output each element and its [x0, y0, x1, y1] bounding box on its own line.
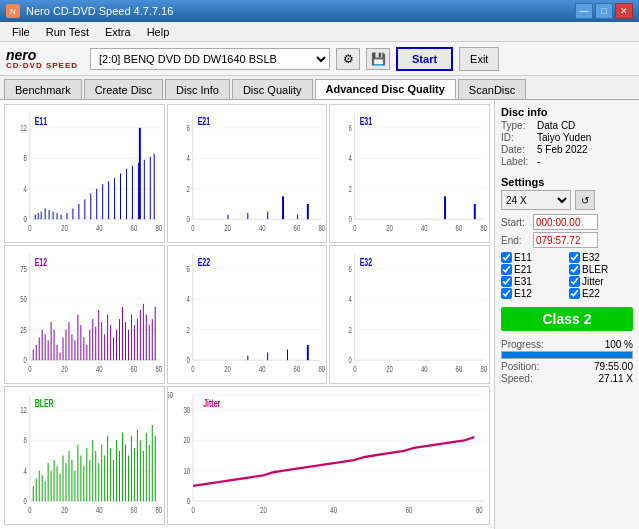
tab-scandisc[interactable]: ScanDisc	[458, 79, 526, 99]
svg-rect-36	[144, 160, 145, 219]
class-badge: Class 2	[501, 307, 633, 331]
svg-rect-151	[267, 353, 268, 361]
maximize-button[interactable]: □	[595, 3, 613, 19]
drive-select[interactable]: [2:0] BENQ DVD DD DW1640 BSLB	[90, 48, 330, 70]
svg-text:4: 4	[186, 294, 190, 305]
svg-rect-28	[96, 189, 97, 219]
svg-rect-56	[247, 213, 248, 219]
refresh-button[interactable]: ↺	[575, 190, 595, 210]
svg-rect-188	[45, 481, 46, 501]
label-label: Label:	[501, 156, 533, 167]
svg-rect-124	[125, 322, 126, 360]
svg-text:E31: E31	[360, 115, 372, 127]
tab-advanced-disc-quality[interactable]: Advanced Disc Quality	[315, 79, 456, 99]
title-bar-buttons: — □ ✕	[575, 3, 633, 19]
svg-rect-20	[53, 212, 54, 220]
properties-icon-btn[interactable]: ⚙	[336, 48, 360, 70]
svg-text:12: 12	[20, 123, 27, 134]
start-button[interactable]: Start	[396, 47, 453, 71]
svg-text:6: 6	[186, 123, 189, 134]
svg-rect-24	[72, 209, 73, 220]
start-input[interactable]	[533, 214, 598, 230]
id-value: Taiyo Yuden	[537, 132, 591, 143]
close-button[interactable]: ✕	[615, 3, 633, 19]
title-bar-text: Nero CD-DVD Speed 4.7.7.16	[26, 5, 173, 17]
date-value: 5 Feb 2022	[537, 144, 588, 155]
svg-text:E22: E22	[197, 256, 209, 268]
svg-text:E21: E21	[197, 115, 209, 127]
chart-e11: 0 4 8 12 0 20 40 60 80 E11	[4, 104, 165, 243]
svg-text:BLER: BLER	[35, 397, 54, 409]
svg-rect-200	[80, 456, 81, 502]
svg-rect-128	[137, 319, 138, 360]
svg-rect-152	[287, 350, 288, 361]
cb-e12[interactable]: E12	[501, 288, 565, 299]
svg-rect-55	[227, 215, 228, 220]
svg-text:4: 4	[349, 153, 353, 164]
svg-text:Jitter: Jitter	[203, 397, 221, 409]
cb-e11[interactable]: E11	[501, 252, 565, 263]
menu-file[interactable]: File	[4, 24, 38, 40]
tab-disc-quality[interactable]: Disc Quality	[232, 79, 313, 99]
svg-rect-129	[140, 310, 141, 360]
svg-text:80: 80	[155, 364, 162, 375]
tab-disc-info[interactable]: Disc Info	[165, 79, 230, 99]
cb-bler[interactable]: BLER	[569, 264, 633, 275]
svg-rect-204	[92, 440, 93, 501]
cb-e32[interactable]: E32	[569, 252, 633, 263]
cb-e31[interactable]: E31	[501, 276, 565, 287]
speed-select[interactable]: 24 X	[501, 190, 571, 210]
menu-extra[interactable]: Extra	[97, 24, 139, 40]
svg-text:75: 75	[20, 264, 27, 275]
tab-benchmark[interactable]: Benchmark	[4, 79, 82, 99]
svg-rect-101	[57, 345, 58, 360]
svg-rect-122	[119, 319, 120, 360]
end-input[interactable]	[533, 232, 598, 248]
cb-e21[interactable]: E21	[501, 264, 565, 275]
svg-text:80: 80	[155, 505, 162, 516]
svg-text:0: 0	[191, 364, 194, 375]
chart-jitter: 0 10 20 30 50 0 20 40 60 80 Jitter	[167, 386, 490, 525]
cb-e22[interactable]: E22	[569, 288, 633, 299]
svg-rect-37	[150, 157, 151, 219]
svg-rect-103	[63, 337, 64, 360]
svg-rect-95	[39, 337, 40, 360]
id-label: ID:	[501, 132, 533, 143]
svg-rect-211	[113, 460, 114, 501]
svg-text:20: 20	[224, 364, 231, 375]
cb-jitter[interactable]: Jitter	[569, 276, 633, 287]
svg-rect-187	[42, 475, 43, 501]
svg-rect-99	[51, 322, 52, 360]
menu-run-test[interactable]: Run Test	[38, 24, 97, 40]
svg-rect-118	[107, 315, 108, 361]
svg-rect-201	[83, 466, 84, 501]
svg-rect-26	[84, 199, 85, 219]
minimize-button[interactable]: —	[575, 3, 593, 19]
svg-text:0: 0	[28, 364, 31, 375]
svg-rect-196	[68, 451, 69, 501]
svg-rect-31	[114, 178, 115, 219]
logo: nero CD·DVD SPEED	[6, 48, 78, 70]
svg-rect-205	[95, 451, 96, 501]
svg-rect-38	[154, 154, 155, 219]
exit-button[interactable]: Exit	[459, 47, 499, 71]
svg-rect-94	[36, 345, 37, 360]
svg-rect-189	[48, 463, 49, 501]
save-icon-btn[interactable]: 💾	[366, 48, 390, 70]
svg-rect-109	[80, 325, 81, 360]
tab-create-disc[interactable]: Create Disc	[84, 79, 163, 99]
svg-text:40: 40	[330, 505, 337, 516]
svg-rect-93	[33, 350, 34, 361]
svg-text:60: 60	[293, 223, 300, 234]
svg-text:25: 25	[20, 324, 27, 335]
speed-value: 27.11 X	[599, 373, 633, 384]
chart-e12: 0 25 50 75 0 20 40 60 80 E12	[4, 245, 165, 384]
svg-text:60: 60	[131, 223, 138, 234]
svg-rect-39	[139, 128, 141, 219]
svg-rect-104	[65, 330, 66, 360]
svg-rect-96	[42, 330, 43, 360]
svg-text:80: 80	[476, 505, 483, 516]
svg-rect-218	[134, 448, 135, 501]
svg-rect-195	[65, 463, 66, 501]
menu-help[interactable]: Help	[139, 24, 178, 40]
